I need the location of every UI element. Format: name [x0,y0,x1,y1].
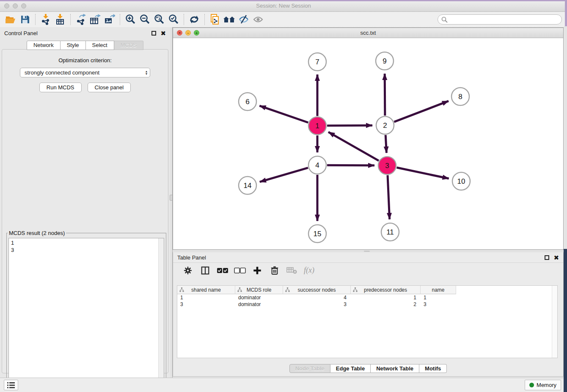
zoom-selected-icon[interactable] [166,13,181,26]
search-input[interactable] [448,16,558,23]
float-table-panel-icon[interactable] [545,255,549,260]
table-scrollbar[interactable] [552,286,557,358]
divider-grip[interactable] [170,195,173,201]
graph-node-7[interactable]: 7 [308,53,326,71]
add-column-icon[interactable] [249,264,265,277]
graph-node-1[interactable]: 1 [308,117,326,135]
tab-select[interactable]: Select [86,41,114,50]
new-network-from-selection-icon[interactable] [208,13,222,26]
zoom-fit-content-icon[interactable] [152,13,166,26]
toolbar-separator [35,14,36,25]
export-network-icon[interactable] [74,13,88,26]
column-header-label: name [432,287,444,293]
graph-node-9[interactable]: 9 [376,52,394,70]
column-header-name[interactable]: name [421,286,456,294]
first-neighbors-icon[interactable] [222,13,237,26]
session-title: Session: New Session [0,3,567,9]
column-header-successor-nodes[interactable]: successor nodes [283,286,351,294]
cell-successor-nodes: 3 [283,301,351,308]
graph-node-8[interactable]: 8 [451,88,469,105]
toggle-column-pane-icon[interactable] [197,264,213,277]
export-table-icon[interactable] [88,13,102,26]
graph-node-6[interactable]: 6 [239,93,256,110]
session-titlebar[interactable]: Session: New Session [0,0,567,12]
tab-motifs[interactable]: Motifs [419,364,447,373]
column-header-predecessor-nodes[interactable]: predecessor nodes [351,286,421,294]
network-window-titlebar[interactable]: ✕ – + scc.txt [173,28,563,38]
table-panel: Table Panel ✖ [173,252,564,377]
graph-node-10[interactable]: 10 [452,172,470,190]
show-all-icon[interactable] [251,13,265,26]
mcds-result-area[interactable]: 1 3 [8,238,164,389]
graph-edge-2-3[interactable] [385,135,386,153]
window-focus-border [0,0,567,1]
export-image-icon[interactable] [102,13,117,26]
float-panel-icon[interactable] [151,31,156,36]
run-mcds-button[interactable]: Run MCDS [39,83,82,92]
dropdown-arrows-icon: ▴▾ [146,70,147,75]
tab-node-table[interactable]: Node Table [289,364,330,373]
network-window-title: scc.txt [173,30,563,36]
graph-node-3[interactable]: 3 [378,157,396,174]
graph-edge-3-11[interactable] [388,175,390,219]
graph-edge-2-8[interactable] [394,101,448,122]
graph-edge-4-14[interactable] [260,168,308,182]
tab-network[interactable]: Network [27,41,61,50]
network-canvas[interactable]: 1234678910111415 [173,38,563,249]
column-header-mcds-role[interactable]: MCDS role [235,286,283,294]
application-window: Session: New Session [0,0,567,392]
close-panel-button[interactable]: Close panel [88,83,131,92]
mcds-result-box: MCDS result (2 nodes) 1 3 [6,230,166,392]
save-session-icon[interactable] [18,13,32,26]
import-table-from-file-icon[interactable] [53,13,67,26]
memory-button[interactable]: Memory [525,380,561,390]
cell-predecessor-nodes: 2 [351,301,421,308]
graph-node-15[interactable]: 15 [308,225,326,243]
tab-network-table[interactable]: Network Table [371,364,419,373]
tab-mcds[interactable]: MCDS [114,41,143,50]
column-settings-gear-icon[interactable] [180,264,195,277]
close-panel-icon[interactable]: ✖ [160,31,166,36]
node-label: 15 [314,230,322,238]
optimization-criterion-label: Optimization criterion: [2,57,168,63]
graph-node-14[interactable]: 14 [239,177,256,194]
graph-edge-3-1[interactable] [328,132,379,161]
open-session-icon[interactable] [3,13,18,26]
tab-style[interactable]: Style [61,41,86,50]
graph-edge-1-2[interactable] [327,125,372,126]
cell-name: 1 [421,294,456,301]
delete-columns-icon[interactable] [267,264,282,277]
criterion-dropdown[interactable]: strongly connected component ▴▾ [20,68,150,77]
column-header-shared-name[interactable]: shared name [177,286,235,294]
graph-edge-3-10[interactable] [397,168,449,179]
select-all-columns-icon[interactable] [215,264,230,277]
task-history-button[interactable] [4,380,18,390]
window-focus-border [565,0,567,26]
import-network-from-file-icon[interactable] [39,13,53,26]
close-table-panel-icon[interactable]: ✖ [553,255,559,260]
graph-edge-1-6[interactable] [259,106,308,123]
status-bar: Memory [0,378,567,392]
zoom-in-icon[interactable] [123,13,138,26]
table-row[interactable]: 1dominator411 [177,294,557,301]
hide-selected-icon[interactable] [237,13,251,26]
table-row[interactable]: 3dominator323 [177,301,557,308]
deselect-all-columns-icon[interactable] [232,264,248,277]
tab-edge-table[interactable]: Edge Table [330,364,371,373]
mcds-result-title: MCDS result (2 nodes) [8,230,66,236]
result-scrollbar[interactable] [158,238,164,389]
divider-grip[interactable] [364,251,370,252]
list-icon [7,382,15,388]
table-header-row: shared nameMCDS rolesuccessor nodesprede… [177,286,557,294]
graph-node-11[interactable]: 11 [381,223,399,241]
graph-node-4[interactable]: 4 [308,156,326,174]
apply-preferred-layout-icon[interactable] [187,13,201,26]
graph-edge-4-3[interactable] [327,165,374,166]
zoom-out-icon[interactable] [138,13,152,26]
graph-node-2[interactable]: 2 [376,116,394,134]
cell-predecessor-nodes: 1 [351,294,421,301]
control-panel: Control Panel ✖ NetworkStyleSelectMCDS O… [0,27,170,378]
graph-edge-2-9[interactable] [385,74,385,116]
node-label: 11 [386,228,394,236]
search-field[interactable] [438,14,562,25]
